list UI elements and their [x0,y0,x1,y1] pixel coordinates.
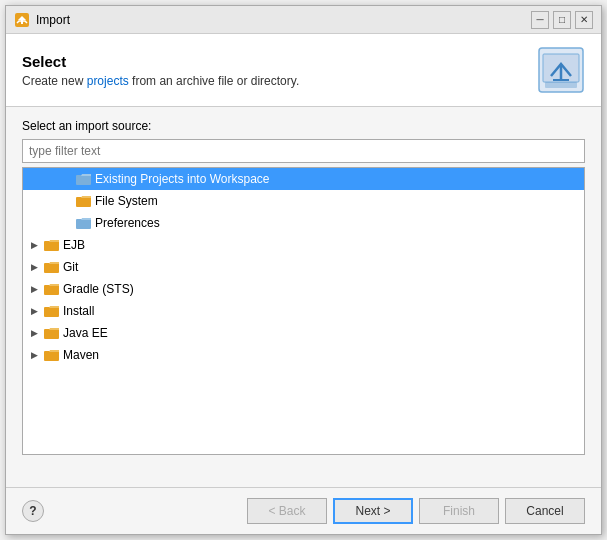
help-button[interactable]: ? [22,500,44,522]
tree-item-install[interactable]: Install [23,300,584,322]
minimize-button[interactable]: ─ [531,11,549,29]
folder-icon-maven [44,347,60,363]
back-button[interactable]: < Back [247,498,327,524]
folder-icon-ejb [44,237,60,253]
tree-item-javaee[interactable]: Java EE [23,322,584,344]
label-ejb: EJB [63,238,85,252]
header-area: Select Create new projects from an archi… [6,34,601,107]
label-existing: Existing Projects into Workspace [95,172,270,186]
tree-item-maven[interactable]: Maven [23,344,584,366]
dialog-title: Import [36,13,531,27]
label-preferences: Preferences [95,216,160,230]
title-bar-controls: ─ □ ✕ [531,11,593,29]
chevron-install[interactable] [27,304,41,318]
tree-item-gradle[interactable]: Gradle (STS) [23,278,584,300]
folder-icon-filesystem [76,193,92,209]
tree-item-existing[interactable]: Existing Projects into Workspace [23,168,584,190]
desc-suffix: from an archive file or directory. [129,74,300,88]
label-install: Install [63,304,94,318]
next-button[interactable]: Next > [333,498,413,524]
title-bar: Import ─ □ ✕ [6,6,601,34]
content-area: Select an import source: Existing Projec… [6,107,601,467]
folder-icon-install [44,303,60,319]
svg-rect-14 [44,351,59,361]
svg-rect-10 [44,263,59,273]
dialog-icon [14,12,30,28]
maximize-button[interactable]: □ [553,11,571,29]
tree-item-git[interactable]: Git [23,256,584,278]
svg-rect-12 [44,307,59,317]
tree-item-filesystem[interactable]: File System [23,190,584,212]
svg-rect-5 [545,82,577,88]
folder-icon-gradle [44,281,60,297]
import-icon [537,46,585,94]
header-description: Create new projects from an archive file… [22,74,525,88]
import-source-label: Select an import source: [22,119,585,133]
tree-container[interactable]: Existing Projects into Workspace File Sy… [22,167,585,455]
chevron-javaee[interactable] [27,326,41,340]
svg-rect-13 [44,329,59,339]
chevron-git[interactable] [27,260,41,274]
svg-rect-9 [44,241,59,251]
label-git: Git [63,260,78,274]
folder-icon-existing [76,171,92,187]
label-filesystem: File System [95,194,158,208]
svg-rect-7 [76,197,91,207]
svg-rect-11 [44,285,59,295]
import-dialog: Import ─ □ ✕ Select Create new projects … [5,5,602,535]
header-title: Select [22,53,525,70]
chevron-ejb[interactable] [27,238,41,252]
label-maven: Maven [63,348,99,362]
tree-item-ejb[interactable]: EJB [23,234,584,256]
label-gradle: Gradle (STS) [63,282,134,296]
folder-icon-preferences [76,215,92,231]
desc-link[interactable]: projects [87,74,129,88]
tree-item-preferences[interactable]: Preferences [23,212,584,234]
btn-group: < Back Next > Finish Cancel [247,498,585,524]
header-text: Select Create new projects from an archi… [22,53,525,88]
label-javaee: Java EE [63,326,108,340]
button-bar: ? < Back Next > Finish Cancel [6,487,601,534]
svg-rect-6 [76,175,91,185]
chevron-maven[interactable] [27,348,41,362]
finish-button[interactable]: Finish [419,498,499,524]
footer-spacer [6,467,601,487]
desc-prefix: Create new [22,74,87,88]
folder-icon-git [44,259,60,275]
filter-input[interactable] [22,139,585,163]
chevron-gradle[interactable] [27,282,41,296]
close-button[interactable]: ✕ [575,11,593,29]
cancel-button[interactable]: Cancel [505,498,585,524]
folder-icon-javaee [44,325,60,341]
svg-rect-8 [76,219,91,229]
